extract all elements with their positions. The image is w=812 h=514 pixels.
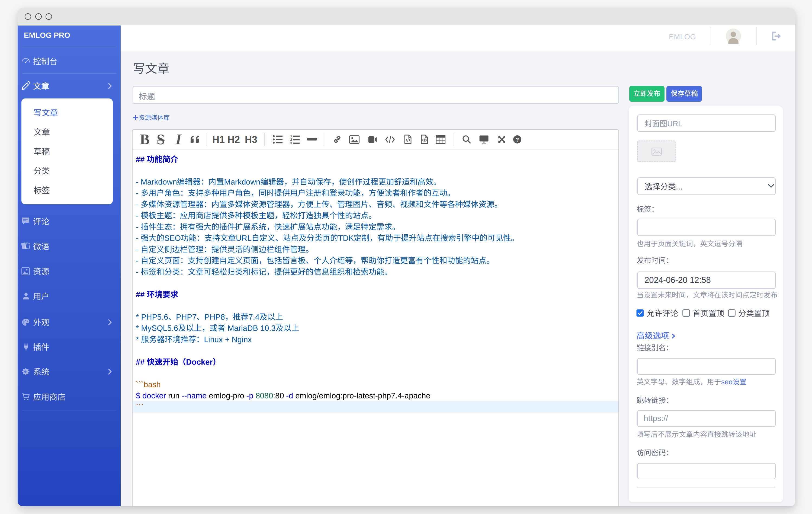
- svg-text:3: 3: [290, 141, 292, 145]
- svg-text:?: ?: [516, 137, 519, 143]
